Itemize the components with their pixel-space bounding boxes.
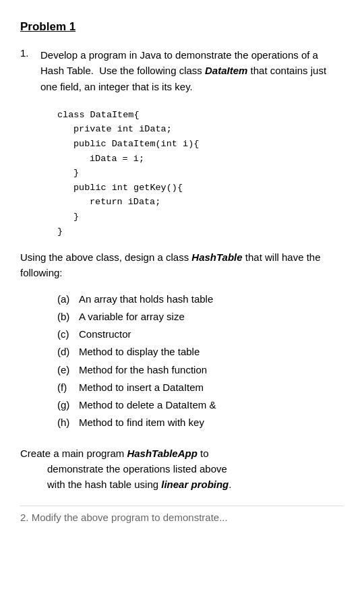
- main-program-intro: Create a main program HashTableApp to: [20, 446, 344, 461]
- sub-label-d: (d): [57, 343, 75, 361]
- sub-text-a: An array that holds hash table: [79, 291, 213, 308]
- sub-label-a: (a): [57, 291, 75, 308]
- sub-text-b: A variable for array size: [79, 308, 185, 326]
- sub-list: (a) An array that holds hash table (b) A…: [57, 291, 344, 432]
- sub-label-b: (b): [57, 308, 75, 326]
- code-line-2: public DataItem(int i){: [73, 137, 344, 152]
- page-title: Problem 1: [20, 20, 344, 34]
- list-item: (h) Method to find item with key: [57, 414, 344, 431]
- design-text: Using the above class, design a class Ha…: [20, 249, 344, 281]
- sub-label-e: (e): [57, 361, 75, 379]
- code-line-8: }: [57, 224, 344, 239]
- code-line-4: }: [73, 166, 344, 181]
- dataitem-classname: DataItem: [205, 65, 247, 76]
- list-item: (d) Method to display the table: [57, 343, 344, 361]
- sub-text-e: Method for the hash function: [79, 361, 207, 379]
- sub-label-c: (c): [57, 326, 75, 343]
- sub-label-h: (h): [57, 414, 75, 431]
- sub-text-c: Constructor: [79, 326, 131, 343]
- linear-probing-text: linear probing: [161, 479, 229, 490]
- sub-label-f: (f): [57, 379, 75, 396]
- code-line-6: return iData;: [90, 195, 344, 210]
- hashtable-classname: HashTable: [191, 251, 242, 263]
- list-item: (a) An array that holds hash table: [57, 291, 344, 308]
- list-item: (g) Method to delete a DataItem &: [57, 396, 344, 414]
- code-line-5: public int getKey(){: [73, 181, 344, 195]
- code-line-1: private int iData;: [73, 122, 344, 137]
- sub-text-g: Method to delete a DataItem &: [79, 396, 216, 414]
- code-line-3: iData = i;: [90, 152, 344, 166]
- sub-text-d: Method to display the table: [79, 343, 200, 361]
- sub-text-f: Method to insert a DataItem: [79, 379, 204, 396]
- list-item: (c) Constructor: [57, 326, 344, 343]
- list-item: (e) Method for the hash function: [57, 361, 344, 379]
- main-program-line2: demonstrate the operations listed above: [47, 461, 344, 477]
- code-block: class DataItem{ private int iData; publi…: [57, 108, 344, 239]
- question-text: Develop a program in Java to demonstrate…: [40, 47, 344, 94]
- code-line-0: class DataItem{: [57, 108, 344, 123]
- main-program-line3: with the hash table using linear probing…: [47, 477, 344, 492]
- list-item: (b) A variable for array size: [57, 308, 344, 326]
- bottom-cut-text: 2. Modify the above program to demonstra…: [20, 506, 344, 523]
- list-item: (f) Method to insert a DataItem: [57, 379, 344, 396]
- question-block: 1. Develop a program in Java to demonstr…: [20, 47, 344, 94]
- sub-text-h: Method to find item with key: [79, 414, 204, 431]
- code-line-7: }: [73, 210, 344, 224]
- question-number: 1.: [20, 47, 36, 94]
- hashtableapp-classname: HashTableApp: [127, 448, 197, 459]
- sub-label-g: (g): [57, 396, 75, 414]
